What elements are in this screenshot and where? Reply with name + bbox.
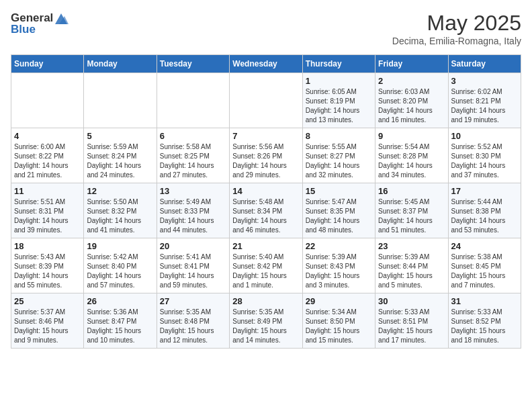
day-number: 5 <box>87 131 153 141</box>
day-header-tuesday: Tuesday <box>157 55 229 73</box>
day-number: 22 <box>306 241 372 251</box>
day-header-friday: Friday <box>375 55 448 73</box>
day-number: 2 <box>378 76 445 86</box>
day-info-text: Sunrise: 5:45 AM Sunset: 8:37 PM Dayligh… <box>378 197 445 235</box>
day-number: 4 <box>14 131 81 141</box>
title-block: May 2025 Decima, Emilia-Romagna, Italy <box>392 11 521 46</box>
day-info-text: Sunrise: 5:39 AM Sunset: 8:44 PM Dayligh… <box>378 253 445 290</box>
calendar-day-cell: 28Sunrise: 5:35 AM Sunset: 8:49 PM Dayli… <box>230 293 302 349</box>
calendar-day-cell: 9Sunrise: 5:54 AM Sunset: 8:28 PM Daylig… <box>375 128 448 183</box>
day-number: 11 <box>14 186 81 196</box>
calendar-day-cell: 26Sunrise: 5:36 AM Sunset: 8:47 PM Dayli… <box>84 293 157 349</box>
calendar-day-cell: 19Sunrise: 5:42 AM Sunset: 8:40 PM Dayli… <box>84 238 157 293</box>
calendar-week-row: 1Sunrise: 6:05 AM Sunset: 8:19 PM Daylig… <box>11 73 521 128</box>
calendar-day-cell: 12Sunrise: 5:50 AM Sunset: 8:32 PM Dayli… <box>84 183 157 238</box>
day-number: 28 <box>232 296 299 306</box>
day-info-text: Sunrise: 5:39 AM Sunset: 8:43 PM Dayligh… <box>306 253 372 290</box>
empty-day-cell <box>11 73 84 128</box>
calendar-day-cell: 24Sunrise: 5:38 AM Sunset: 8:45 PM Dayli… <box>448 238 521 293</box>
day-info-text: Sunrise: 5:50 AM Sunset: 8:32 PM Dayligh… <box>87 197 153 235</box>
day-info-text: Sunrise: 5:35 AM Sunset: 8:48 PM Dayligh… <box>160 308 226 345</box>
calendar-day-cell: 25Sunrise: 5:37 AM Sunset: 8:46 PM Dayli… <box>11 293 84 349</box>
month-year-title: May 2025 <box>392 11 521 36</box>
calendar-week-row: 25Sunrise: 5:37 AM Sunset: 8:46 PM Dayli… <box>11 293 521 349</box>
calendar-day-cell: 29Sunrise: 5:34 AM Sunset: 8:50 PM Dayli… <box>302 293 375 349</box>
calendar-day-cell: 18Sunrise: 5:43 AM Sunset: 8:39 PM Dayli… <box>11 238 84 293</box>
day-number: 13 <box>160 186 226 196</box>
calendar-day-cell: 23Sunrise: 5:39 AM Sunset: 8:44 PM Dayli… <box>375 238 448 293</box>
day-number: 8 <box>306 131 372 141</box>
day-number: 15 <box>306 186 372 196</box>
day-info-text: Sunrise: 5:52 AM Sunset: 8:30 PM Dayligh… <box>451 142 518 180</box>
calendar-day-cell: 20Sunrise: 5:41 AM Sunset: 8:41 PM Dayli… <box>157 238 229 293</box>
day-number: 24 <box>451 241 518 251</box>
calendar-day-cell: 21Sunrise: 5:40 AM Sunset: 8:42 PM Dayli… <box>230 238 302 293</box>
calendar-day-cell: 2Sunrise: 6:03 AM Sunset: 8:20 PM Daylig… <box>375 73 448 128</box>
day-number: 25 <box>14 296 81 306</box>
day-header-saturday: Saturday <box>448 55 521 73</box>
day-info-text: Sunrise: 5:49 AM Sunset: 8:33 PM Dayligh… <box>160 197 226 235</box>
day-info-text: Sunrise: 5:41 AM Sunset: 8:41 PM Dayligh… <box>160 253 226 290</box>
day-info-text: Sunrise: 5:56 AM Sunset: 8:26 PM Dayligh… <box>232 142 299 180</box>
day-info-text: Sunrise: 5:59 AM Sunset: 8:24 PM Dayligh… <box>87 142 153 180</box>
day-number: 27 <box>160 296 226 306</box>
calendar-day-cell: 15Sunrise: 5:47 AM Sunset: 8:35 PM Dayli… <box>302 183 375 238</box>
day-info-text: Sunrise: 5:44 AM Sunset: 8:38 PM Dayligh… <box>451 197 518 235</box>
day-info-text: Sunrise: 6:05 AM Sunset: 8:19 PM Dayligh… <box>306 87 372 125</box>
day-number: 14 <box>232 186 299 196</box>
empty-day-cell <box>230 73 302 128</box>
calendar-day-cell: 1Sunrise: 6:05 AM Sunset: 8:19 PM Daylig… <box>302 73 375 128</box>
day-info-text: Sunrise: 5:37 AM Sunset: 8:46 PM Dayligh… <box>14 308 81 345</box>
day-header-thursday: Thursday <box>302 55 375 73</box>
day-number: 17 <box>451 186 518 196</box>
calendar-table: SundayMondayTuesdayWednesdayThursdayFrid… <box>11 54 521 349</box>
logo-icon <box>54 11 69 26</box>
day-number: 29 <box>306 296 372 306</box>
calendar-day-cell: 6Sunrise: 5:58 AM Sunset: 8:25 PM Daylig… <box>157 128 229 183</box>
page-header: General Blue May 2025 Decima, Emilia-Rom… <box>11 11 521 46</box>
calendar-day-cell: 17Sunrise: 5:44 AM Sunset: 8:38 PM Dayli… <box>448 183 521 238</box>
calendar-day-cell: 14Sunrise: 5:48 AM Sunset: 8:34 PM Dayli… <box>230 183 302 238</box>
calendar-day-cell: 3Sunrise: 6:02 AM Sunset: 8:21 PM Daylig… <box>448 73 521 128</box>
location-subtitle: Decima, Emilia-Romagna, Italy <box>392 36 521 46</box>
calendar-day-cell: 7Sunrise: 5:56 AM Sunset: 8:26 PM Daylig… <box>230 128 302 183</box>
day-info-text: Sunrise: 5:54 AM Sunset: 8:28 PM Dayligh… <box>378 142 445 180</box>
day-info-text: Sunrise: 5:47 AM Sunset: 8:35 PM Dayligh… <box>306 197 372 235</box>
day-number: 9 <box>378 131 445 141</box>
day-number: 10 <box>451 131 518 141</box>
day-number: 1 <box>306 76 372 86</box>
day-number: 6 <box>160 131 226 141</box>
day-number: 18 <box>14 241 81 251</box>
day-number: 31 <box>451 296 518 306</box>
calendar-day-cell: 11Sunrise: 5:51 AM Sunset: 8:31 PM Dayli… <box>11 183 84 238</box>
calendar-week-row: 18Sunrise: 5:43 AM Sunset: 8:39 PM Dayli… <box>11 238 521 293</box>
day-info-text: Sunrise: 5:40 AM Sunset: 8:42 PM Dayligh… <box>232 253 299 290</box>
day-header-sunday: Sunday <box>11 55 84 73</box>
day-number: 3 <box>451 76 518 86</box>
day-info-text: Sunrise: 5:42 AM Sunset: 8:40 PM Dayligh… <box>87 253 153 290</box>
day-info-text: Sunrise: 5:51 AM Sunset: 8:31 PM Dayligh… <box>14 197 81 235</box>
day-info-text: Sunrise: 5:35 AM Sunset: 8:49 PM Dayligh… <box>232 308 299 345</box>
day-info-text: Sunrise: 5:43 AM Sunset: 8:39 PM Dayligh… <box>14 253 81 290</box>
day-number: 7 <box>232 131 299 141</box>
day-info-text: Sunrise: 6:00 AM Sunset: 8:22 PM Dayligh… <box>14 142 81 180</box>
day-header-monday: Monday <box>84 55 157 73</box>
calendar-day-cell: 31Sunrise: 5:33 AM Sunset: 8:52 PM Dayli… <box>448 293 521 349</box>
day-info-text: Sunrise: 5:48 AM Sunset: 8:34 PM Dayligh… <box>232 197 299 235</box>
calendar-day-cell: 10Sunrise: 5:52 AM Sunset: 8:30 PM Dayli… <box>448 128 521 183</box>
calendar-day-cell: 8Sunrise: 5:55 AM Sunset: 8:27 PM Daylig… <box>302 128 375 183</box>
day-number: 12 <box>87 186 153 196</box>
calendar-day-cell: 5Sunrise: 5:59 AM Sunset: 8:24 PM Daylig… <box>84 128 157 183</box>
day-number: 23 <box>378 241 445 251</box>
calendar-day-cell: 30Sunrise: 5:33 AM Sunset: 8:51 PM Dayli… <box>375 293 448 349</box>
day-number: 16 <box>378 186 445 196</box>
day-info-text: Sunrise: 5:58 AM Sunset: 8:25 PM Dayligh… <box>160 142 226 180</box>
day-header-wednesday: Wednesday <box>230 55 302 73</box>
day-info-text: Sunrise: 5:36 AM Sunset: 8:47 PM Dayligh… <box>87 308 153 345</box>
calendar-day-cell: 27Sunrise: 5:35 AM Sunset: 8:48 PM Dayli… <box>157 293 229 349</box>
day-info-text: Sunrise: 5:38 AM Sunset: 8:45 PM Dayligh… <box>451 253 518 290</box>
day-info-text: Sunrise: 6:03 AM Sunset: 8:20 PM Dayligh… <box>378 87 445 125</box>
calendar-day-cell: 16Sunrise: 5:45 AM Sunset: 8:37 PM Dayli… <box>375 183 448 238</box>
day-number: 20 <box>160 241 226 251</box>
calendar-week-row: 11Sunrise: 5:51 AM Sunset: 8:31 PM Dayli… <box>11 183 521 238</box>
